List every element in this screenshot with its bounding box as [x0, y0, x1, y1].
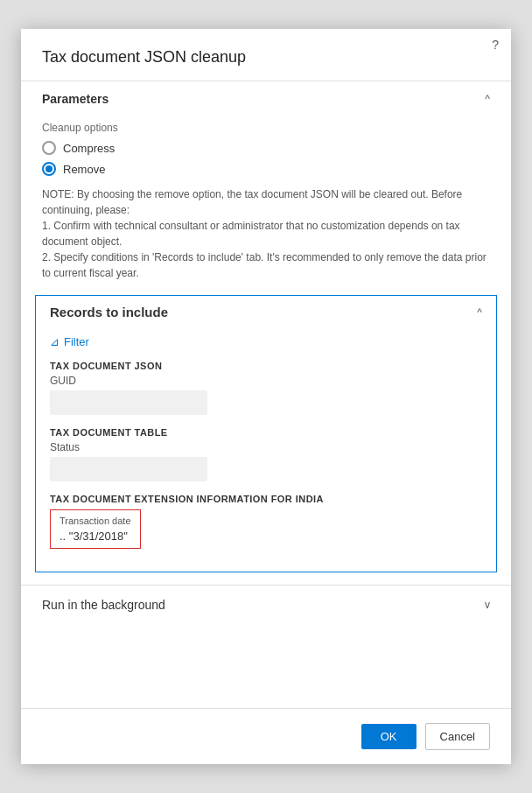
radio-compress-label: Compress	[63, 142, 115, 155]
cancel-button[interactable]: Cancel	[425, 723, 490, 750]
dialog-title: Tax document JSON cleanup	[21, 29, 511, 81]
filter-link[interactable]: ⊿ Filter	[50, 335, 482, 348]
tax-doc-json-group: TAX DOCUMENT JSON GUID	[50, 361, 482, 415]
ok-button[interactable]: OK	[361, 724, 416, 749]
transaction-date-box[interactable]: Transaction date .. "3/31/2018"	[50, 509, 141, 549]
run-bg-section: Run in the background v	[21, 585, 511, 624]
tax-doc-ext-group: TAX DOCUMENT EXTENSION INFORMATION FOR I…	[50, 494, 482, 549]
parameters-body: Cleanup options Compress Remove NOTE: By…	[21, 116, 511, 295]
radio-remove-label: Remove	[63, 163, 105, 176]
guid-input[interactable]	[50, 390, 207, 415]
filter-icon: ⊿	[50, 335, 60, 348]
help-icon[interactable]: ?	[492, 38, 499, 52]
run-bg-label: Run in the background	[42, 598, 165, 612]
records-section: Records to include ^ ⊿ Filter TAX DOCUME…	[35, 295, 497, 572]
status-label: Status	[50, 441, 482, 453]
parameters-chevron: ^	[485, 93, 490, 105]
radio-group: Compress Remove	[42, 141, 490, 176]
note-text: NOTE: By choosing the remove option, the…	[42, 186, 490, 281]
tax-doc-table-title: TAX DOCUMENT TABLE	[50, 427, 482, 438]
radio-compress-circle	[42, 141, 56, 155]
radio-compress[interactable]: Compress	[42, 141, 490, 155]
dialog: ? Tax document JSON cleanup Parameters ^…	[21, 29, 511, 764]
radio-remove-circle	[42, 162, 56, 176]
parameters-section: Parameters ^ Cleanup options Compress Re…	[21, 81, 511, 295]
parameters-label: Parameters	[42, 92, 108, 106]
status-input[interactable]	[50, 457, 207, 481]
radio-remove-dot	[46, 165, 52, 172]
dialog-footer: OK Cancel	[21, 708, 511, 764]
cleanup-options-label: Cleanup options	[42, 122, 490, 134]
records-body: ⊿ Filter TAX DOCUMENT JSON GUID TAX DOCU…	[36, 328, 496, 572]
tax-doc-table-group: TAX DOCUMENT TABLE Status	[50, 427, 482, 481]
radio-remove[interactable]: Remove	[42, 162, 490, 176]
filter-label: Filter	[64, 335, 89, 348]
run-bg-chevron: v	[485, 599, 490, 611]
guid-label: GUID	[50, 375, 482, 387]
tax-doc-json-title: TAX DOCUMENT JSON	[50, 361, 482, 371]
run-bg-header[interactable]: Run in the background v	[21, 586, 511, 624]
records-label: Records to include	[50, 305, 168, 319]
parameters-section-header[interactable]: Parameters ^	[21, 81, 511, 116]
tax-doc-ext-title: TAX DOCUMENT EXTENSION INFORMATION FOR I…	[50, 494, 482, 504]
transaction-date-label: Transaction date	[60, 516, 131, 526]
records-chevron: ^	[477, 306, 482, 319]
records-header[interactable]: Records to include ^	[36, 296, 496, 328]
transaction-date-value: .. "3/31/2018"	[60, 530, 131, 543]
